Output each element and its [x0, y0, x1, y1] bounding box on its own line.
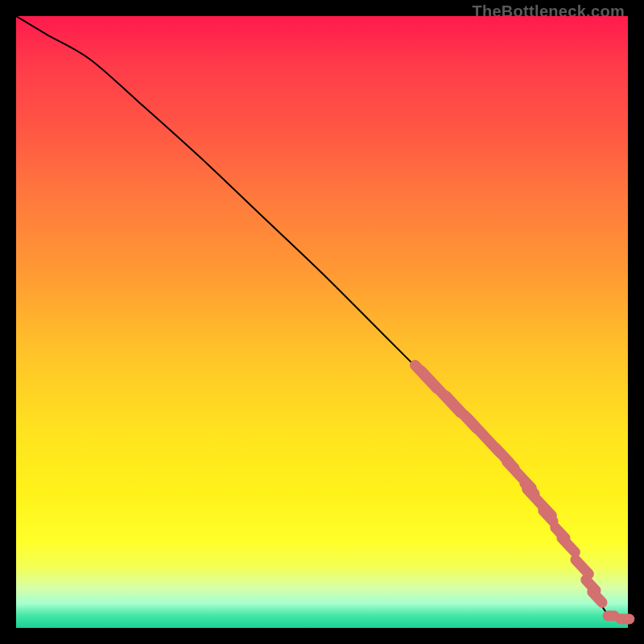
curve-layer: [16, 16, 628, 628]
performance-curve: [16, 16, 628, 619]
chart-frame: TheBottleneck.com: [16, 16, 628, 628]
data-marker: [616, 613, 634, 624]
